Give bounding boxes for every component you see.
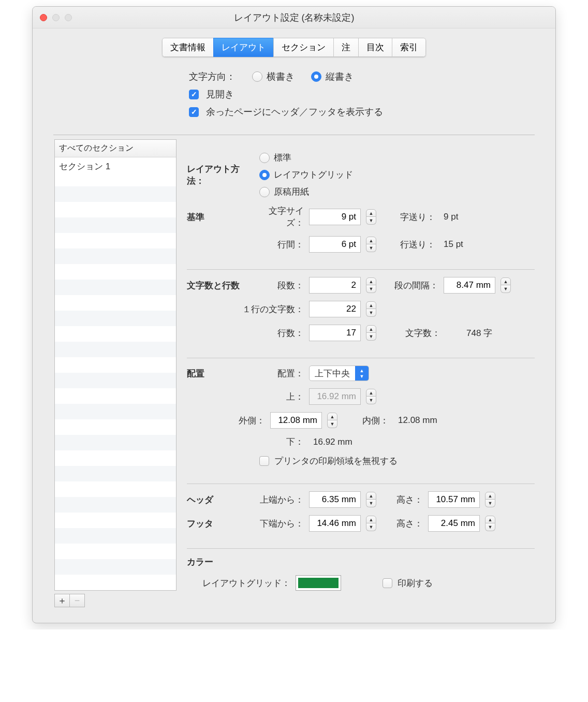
columns-stepper[interactable]: ▲▼ — [366, 277, 376, 293]
section-list-item[interactable]: セクション 1 — [55, 157, 176, 176]
gutter-input[interactable] — [444, 277, 495, 294]
footer-from-bottom-input[interactable] — [309, 515, 361, 532]
total-chars-value: 748 字 — [466, 327, 492, 339]
bottom-value: 16.92 mm — [313, 437, 352, 447]
outer-input[interactable] — [270, 412, 322, 429]
tab-bar: 文書情報 レイアウト セクション 注 目次 索引 — [33, 28, 555, 70]
inner-label: 内側： — [362, 415, 389, 427]
header-from-top-stepper[interactable]: ▲▼ — [366, 492, 376, 507]
lines-input[interactable] — [309, 325, 361, 341]
line-gap-stepper[interactable]: ▲▼ — [366, 237, 376, 252]
radio-icon — [259, 187, 270, 197]
remove-section-button[interactable]: − — [69, 594, 85, 607]
header-height-label: 高さ： — [392, 494, 423, 506]
tab-doc-info[interactable]: 文書情報 — [162, 38, 214, 57]
line-gap-label: 行間： — [259, 239, 304, 251]
header-height-input[interactable] — [428, 491, 480, 508]
chars-stepper[interactable]: ▲▼ — [366, 301, 376, 317]
align-select-value: 上下中央 — [315, 368, 350, 379]
footer-height-input[interactable] — [428, 515, 480, 532]
footer-from-bottom-label: 下端から： — [259, 518, 304, 530]
footer-from-bottom-stepper[interactable]: ▲▼ — [366, 516, 376, 531]
zoom-button — [65, 14, 72, 21]
divider — [53, 135, 535, 135]
direction-vertical-label: 縦書き — [326, 70, 354, 83]
line-pitch-value: 15 pt — [444, 239, 463, 250]
facing-pages-checkbox[interactable]: ✓ — [189, 90, 199, 99]
font-size-input[interactable] — [309, 209, 361, 225]
tab-section[interactable]: セクション — [273, 38, 334, 57]
footer-height-label: 高さ： — [392, 518, 423, 530]
columns-input[interactable] — [309, 277, 361, 294]
layout-settings-window: レイアウト設定 (名称未設定) 文書情報 レイアウト セクション 注 目次 索引… — [32, 6, 556, 623]
tab-index[interactable]: 索引 — [392, 38, 426, 57]
tab-layout[interactable]: レイアウト — [213, 38, 274, 57]
base-group-label: 基準 — [187, 211, 254, 223]
lines-label: 行数： — [259, 327, 304, 339]
titlebar: レイアウト設定 (名称未設定) — [33, 7, 555, 28]
close-button[interactable] — [40, 14, 47, 21]
lines-stepper[interactable]: ▲▼ — [366, 325, 376, 341]
leftover-hf-checkbox[interactable]: ✓ — [189, 107, 199, 117]
layout-method-label: レイアウト方法： — [187, 163, 254, 187]
radio-icon — [252, 71, 262, 82]
bottom-label: 下： — [259, 436, 304, 448]
chars-input[interactable] — [309, 301, 361, 317]
chevron-updown-icon: ▲▼ — [355, 366, 369, 381]
tab-toc[interactable]: 目次 — [358, 38, 392, 57]
char-pitch-label: 字送り： — [399, 211, 435, 223]
layout-method-manuscript-label: 原稿用紙 — [274, 186, 309, 198]
main-panel: レイアウト方法： 標準 レイアウトグリッド 原稿用紙 — [187, 139, 555, 607]
window-title: レイアウト設定 (名称未設定) — [234, 11, 355, 24]
gutter-label: 段の間隔： — [392, 280, 438, 291]
layout-method-grid-label: レイアウトグリッド — [274, 169, 353, 181]
char-pitch-value: 9 pt — [444, 212, 458, 222]
align-select[interactable]: 上下中央 ▲▼ — [309, 365, 369, 381]
line-gap-input[interactable] — [309, 236, 361, 253]
gutter-stepper[interactable]: ▲▼ — [501, 277, 511, 293]
print-color-checkbox[interactable]: ✓ — [383, 578, 392, 588]
ignore-printer-checkbox[interactable]: ✓ — [259, 456, 269, 466]
direction-horizontal-option[interactable]: 横書き — [252, 70, 295, 83]
radio-icon — [259, 153, 270, 163]
layout-method-standard-label: 標準 — [274, 152, 291, 164]
grid-color-label: レイアウトグリッド： — [187, 577, 290, 589]
total-chars-label: 文字数： — [399, 327, 440, 339]
leftover-hf-label: 余ったページにヘッダ／フッタを表示する — [206, 106, 383, 118]
top-label: 上： — [259, 391, 304, 403]
chars-label: １行の文字数： — [239, 303, 304, 315]
font-size-stepper[interactable]: ▲▼ — [366, 209, 376, 225]
top-stepper[interactable]: ▲▼ — [366, 389, 376, 404]
radio-icon — [259, 170, 270, 180]
font-size-label: 文字サイズ： — [259, 205, 304, 229]
position-group-label: 配置 — [187, 368, 254, 379]
inner-value: 12.08 mm — [398, 415, 437, 426]
layout-method-standard[interactable]: 標準 — [259, 152, 353, 164]
layout-method-manuscript[interactable]: 原稿用紙 — [259, 186, 353, 198]
header-height-stepper[interactable]: ▲▼ — [485, 492, 495, 507]
header-group-label: ヘッダ — [187, 494, 254, 506]
direction-label: 文字方向： — [189, 70, 236, 83]
header-from-top-label: 上端から： — [259, 494, 304, 506]
grid-group-label: 文字数と行数 — [187, 280, 254, 291]
layout-method-grid[interactable]: レイアウトグリッド — [259, 169, 353, 181]
color-group-label: カラー — [187, 556, 254, 568]
grid-color-well[interactable] — [296, 575, 341, 591]
columns-label: 段数： — [259, 280, 304, 291]
radio-icon — [311, 71, 321, 82]
section-list-header: すべてのセクション — [55, 140, 176, 157]
ignore-printer-label: プリンタの印刷領域を無視する — [274, 455, 398, 467]
add-section-button[interactable]: ＋ — [54, 594, 70, 607]
align-label: 配置： — [259, 368, 304, 379]
outer-stepper[interactable]: ▲▼ — [327, 413, 337, 428]
section-list[interactable]: すべてのセクション セクション 1 — [54, 139, 177, 591]
outer-label: 外側： — [239, 415, 265, 427]
facing-pages-label: 見開き — [206, 88, 234, 100]
top-input — [309, 388, 361, 405]
tab-notes[interactable]: 注 — [333, 38, 359, 57]
section-sidebar: すべてのセクション セクション 1 ＋ − — [54, 139, 177, 607]
print-color-label: 印刷する — [398, 577, 433, 589]
direction-vertical-option[interactable]: 縦書き — [311, 70, 354, 83]
footer-height-stepper[interactable]: ▲▼ — [485, 516, 495, 531]
header-from-top-input[interactable] — [309, 491, 361, 508]
